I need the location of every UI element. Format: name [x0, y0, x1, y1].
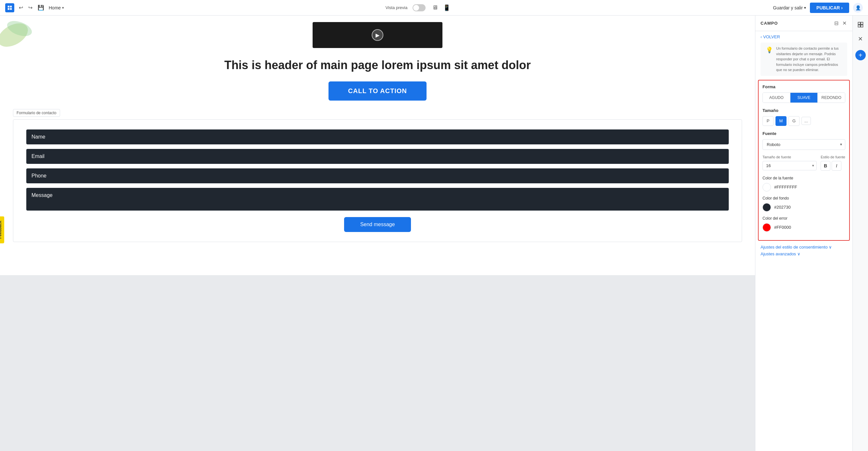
canvas-area: ▶ This is header of main page lorem ipsu…: [0, 15, 755, 451]
color-fuente-row: #FFFFFFFF: [763, 183, 845, 191]
email-field[interactable]: Email: [26, 149, 729, 164]
contact-form-wrapper: Name Email Phone Message Send message: [13, 119, 742, 242]
color-fondo-label: Color del fondo: [763, 196, 845, 200]
color-error-label: Color del error: [763, 216, 845, 221]
estilo-fuente-label: Estilo de fuente: [820, 155, 845, 159]
font-style-group: Estilo de fuente B I: [820, 155, 845, 171]
color-error-section: Color del error #FF0000: [763, 216, 845, 232]
leaf-background: [0, 15, 39, 55]
form-label-tag: Formulario de contacto: [13, 109, 60, 117]
svg-rect-4: [858, 25, 860, 27]
topbar-actions: ↩ ↪ 💾: [17, 3, 46, 12]
tamano-m-button[interactable]: M: [775, 116, 786, 126]
color-fuente-label: Color de la fuente: [763, 176, 845, 181]
tamano-p-button[interactable]: P: [763, 116, 774, 126]
guardar-label: Guardar y salir: [773, 5, 803, 10]
fuente-label: Fuente: [763, 131, 845, 136]
right-panel: CAMPO ⊟ ✕ ‹ VOLVER 💡 Un formulario de co…: [755, 15, 852, 451]
message-field[interactable]: Message: [26, 188, 729, 211]
font-size-select[interactable]: 16 12 14 18 20 24: [763, 161, 817, 170]
far-right-panel: ✕ +: [852, 15, 868, 451]
phone-field[interactable]: Phone: [26, 168, 729, 183]
forma-label: Forma: [763, 84, 845, 89]
font-size-select-wrapper: 16 12 14 18 20 24 ▾: [763, 161, 817, 170]
color-error-row: #FF0000: [763, 223, 845, 232]
italic-button[interactable]: I: [832, 161, 841, 171]
desktop-icon-button[interactable]: 🖥: [431, 4, 439, 12]
play-button-icon[interactable]: ▶: [372, 29, 383, 41]
panel-header: CAMPO ⊟ ✕: [755, 15, 852, 31]
forma-suave-button[interactable]: SUAVE: [790, 93, 818, 102]
redo-button[interactable]: ↪: [26, 3, 34, 12]
ajustes-avanzados-link[interactable]: Ajustes avanzados ∨: [761, 252, 847, 256]
panel-form-area: Forma AGUDO SUAVE REDONDO Tamaño P M G .…: [758, 80, 850, 241]
forma-section: Forma AGUDO SUAVE REDONDO: [763, 84, 845, 103]
color-error-value: #FF0000: [774, 225, 791, 230]
name-field[interactable]: Name: [26, 129, 729, 144]
add-element-button[interactable]: +: [855, 50, 866, 60]
main-layout: ▶ This is header of main page lorem ipsu…: [0, 15, 868, 451]
panel-bottom-links: Ajustes del estilo de consentimiento ∨ A…: [755, 241, 852, 260]
forma-agudo-button[interactable]: AGUDO: [763, 93, 790, 102]
header-section: This is header of main page lorem ipsum …: [0, 51, 755, 76]
forma-buttons: AGUDO SUAVE REDONDO: [763, 93, 845, 103]
color-error-swatch[interactable]: [763, 223, 771, 232]
info-text: Un formulario de contacto permite a tus …: [776, 46, 842, 73]
color-fondo-row: #202730: [763, 203, 845, 212]
mobile-icon-button[interactable]: 📱: [442, 4, 452, 12]
home-label: Home: [49, 5, 61, 10]
feedback-tab[interactable]: Feedback: [0, 216, 4, 243]
cta-section: CALL TO ACTION: [0, 76, 755, 106]
tamano-g-button[interactable]: G: [788, 116, 800, 126]
panel-header-icons: ⊟ ✕: [834, 20, 847, 27]
device-icons: 🖥 📱: [431, 4, 452, 12]
panel-minimize-button[interactable]: ⊟: [834, 20, 839, 27]
font-size-group: Tamaño de fuente 16 12 14 18 20 24 ▾: [763, 155, 817, 171]
publicar-label: PUBLICAR ›: [816, 5, 843, 10]
save-icon-button[interactable]: 💾: [36, 3, 46, 12]
back-chevron-icon: ‹: [761, 35, 762, 39]
vista-previa-label: Vista previa: [385, 5, 407, 10]
cta-button[interactable]: CALL TO ACTION: [329, 82, 426, 101]
video-thumbnail[interactable]: ▶: [313, 22, 442, 48]
fuente-select[interactable]: Roboto Arial Open Sans: [763, 139, 845, 150]
forma-redondo-button[interactable]: REDONDO: [818, 93, 845, 102]
info-icon: 💡: [766, 46, 773, 73]
bold-button[interactable]: B: [820, 161, 830, 171]
color-fuente-value: #FFFFFFFF: [774, 185, 797, 190]
canvas-content: ▶ This is header of main page lorem ipsu…: [0, 15, 755, 275]
send-button[interactable]: Send message: [344, 217, 411, 232]
guardar-button[interactable]: Guardar y salir ▾: [773, 5, 806, 10]
preview-toggle[interactable]: [412, 4, 426, 11]
tamano-section: Tamaño P M G ...: [763, 108, 845, 126]
layers-button[interactable]: [855, 19, 866, 31]
color-fuente-section: Color de la fuente #FFFFFFFF: [763, 176, 845, 191]
svg-rect-3: [861, 22, 863, 25]
publicar-button[interactable]: PUBLICAR ›: [810, 3, 849, 13]
form-section: Formulario de contacto Name Email Phone …: [0, 106, 755, 249]
fuente-section: Fuente Roboto Arial Open Sans ▾: [763, 131, 845, 150]
color-fondo-value: #202730: [774, 205, 791, 210]
panel-title: CAMPO: [761, 21, 778, 26]
topbar-left: ↩ ↪ 💾 Home ▾: [5, 3, 64, 12]
close-panel-button[interactable]: ✕: [855, 33, 866, 45]
undo-button[interactable]: ↩: [17, 3, 25, 12]
svg-rect-2: [858, 22, 860, 25]
ajustes-consentimiento-link[interactable]: Ajustes del estilo de consentimiento ∨: [761, 245, 847, 250]
home-button[interactable]: Home ▾: [49, 5, 64, 10]
tamano-buttons: P M G ...: [763, 116, 845, 126]
tamano-more-button[interactable]: ...: [802, 117, 811, 125]
font-style-buttons: B I: [820, 161, 845, 171]
home-chevron-icon: ▾: [62, 5, 64, 10]
color-fondo-swatch[interactable]: [763, 203, 771, 212]
toggle-track: [412, 4, 426, 11]
color-fondo-section: Color del fondo #202730: [763, 196, 845, 212]
user-avatar-button[interactable]: 👤: [853, 3, 863, 13]
topbar-right: Guardar y salir ▾ PUBLICAR › 👤: [773, 3, 863, 13]
main-heading: This is header of main page lorem ipsum …: [13, 58, 742, 73]
color-fuente-swatch[interactable]: [763, 183, 771, 191]
panel-close-button[interactable]: ✕: [842, 20, 847, 27]
panel-back-button[interactable]: ‹ VOLVER: [755, 31, 852, 42]
topbar: ↩ ↪ 💾 Home ▾ Vista previa 🖥 📱 Guardar y …: [0, 0, 868, 15]
tamano-label: Tamaño: [763, 108, 845, 113]
